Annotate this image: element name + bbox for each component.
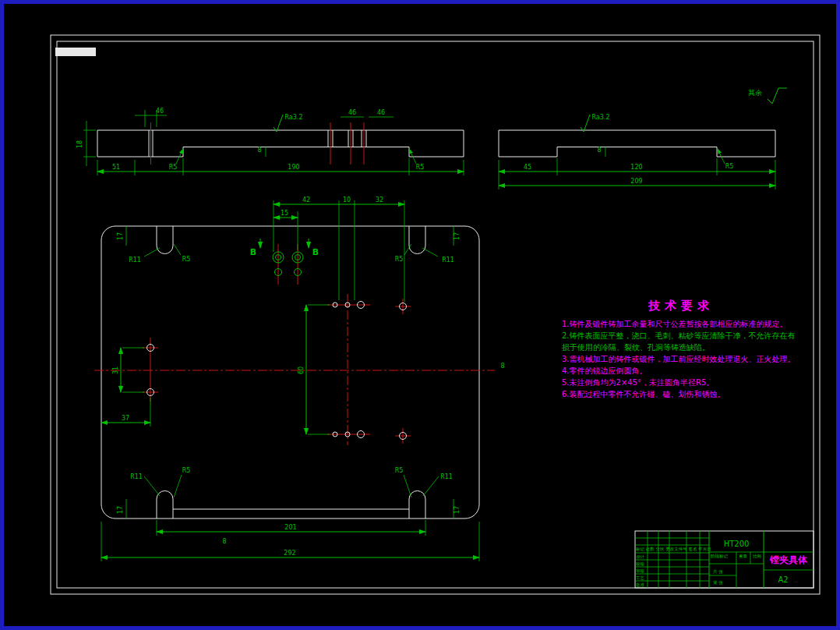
section-mark-label: B <box>250 247 256 257</box>
surface-finish-note: 其余 <box>748 88 787 104</box>
radius-label: R11 <box>442 257 454 264</box>
fillet-label: R5 <box>725 163 734 170</box>
corner-notch <box>157 226 173 254</box>
titleblock-cell-label: 第 张 <box>713 580 723 586</box>
dim-label: 190 <box>288 164 299 171</box>
dim-label: 51 <box>112 164 120 171</box>
radius-label: R11 <box>440 473 453 480</box>
tech-requirement-item: 4.零件的锐边应倒圆角。 <box>562 365 800 377</box>
radius-label: R5 <box>395 467 404 474</box>
section-mark-b: B B <box>250 239 319 257</box>
dim-label: 32 <box>376 196 383 204</box>
dim-label: 37 <box>122 415 129 422</box>
plan-top-dims: 42 10 32 15 <box>274 196 404 302</box>
dim-label: 46 <box>348 109 356 116</box>
section-left-dims: 46 46 46 Ra3.2 18 8 51 <box>76 108 464 175</box>
titleblock-cell-label: 审核 <box>636 568 645 573</box>
titleblock-cell-label: 共 张 <box>712 569 723 575</box>
title-block: HT200 镗夹具体 A2 标记 处数 分区 更改文件号 签名 年月日 设计 校… <box>635 531 814 588</box>
titleblock-cell-label: 设计 <box>636 554 645 559</box>
material-label: HT200 <box>724 540 750 548</box>
notch-depth-dims: 17 17 17 17 <box>117 226 461 519</box>
tech-requirement-item: 5.未注倒角均为2×45°，未注圆角半径R5。 <box>562 377 800 388</box>
surface-finish-icon <box>768 88 787 104</box>
tech-requirement-item: 2.铸件表面应平整，浇口、毛刺、粘砂等应清除干净，不允许存在有损于使用的冷隔、裂… <box>562 330 800 353</box>
dim-label: 15 <box>281 210 288 217</box>
dim-label: 17 <box>454 506 461 514</box>
dim-label: 10 <box>343 196 351 204</box>
roughness-icon <box>274 115 283 132</box>
plan-mid-dims: 60 31 37 <box>101 305 330 434</box>
tech-requirement-item: 3.需机械加工的铸件或锻件，加工前应经时效处理退火、正火处理。 <box>562 353 800 365</box>
radius-label: R11 <box>130 473 143 480</box>
section-right-dims: Ra3.2 8 45 120 R5 209 <box>499 114 775 189</box>
fillet-label: R5 <box>169 164 178 171</box>
roughness-icon <box>581 115 590 132</box>
radius-label: R5 <box>182 256 191 263</box>
dim-label: 8 <box>257 147 261 154</box>
dim-label: 18 <box>76 140 83 148</box>
titleblock-cell-label: 重量 <box>739 554 748 558</box>
counterbore-holes <box>273 252 303 276</box>
roughness-label: Ra3.2 <box>591 114 609 121</box>
plan-outline <box>101 226 479 519</box>
tech-requirements-title: 技术要求 <box>562 299 800 313</box>
plan-view: B B R11 R5 R5 R11 R11 R5 R5 R11 17 <box>94 196 505 561</box>
section-right-profile <box>499 130 775 157</box>
titleblock-cell-label: 阶段标记 <box>711 554 729 559</box>
titleblock-cell-label: 工艺 <box>636 575 645 580</box>
roughness-label: Ra3.2 <box>284 114 302 121</box>
radius-label: R11 <box>129 257 141 264</box>
technical-requirements: 技术要求 1.铸件及锻件铸加工余量和尺寸公差暂按各部相应的标准的规定。 2.铸件… <box>562 299 800 400</box>
dim-label: 120 <box>630 164 642 171</box>
dim-label: 209 <box>630 178 642 185</box>
titleblock-cell-label: 批准 <box>636 582 645 588</box>
dim-label: 46 <box>377 109 385 116</box>
dim-label: 17 <box>454 232 461 240</box>
dim-label: 42 <box>302 196 310 204</box>
part-name: 镗夹具体 <box>769 554 808 565</box>
titleblock-cell-label: 比例 <box>753 554 761 559</box>
corner-notch <box>409 226 425 254</box>
dim-label: 17 <box>117 506 124 514</box>
radius-label: R5 <box>182 467 191 474</box>
sheet-size-label: A2 <box>778 575 788 584</box>
section-view-left: 46 46 46 Ra3.2 18 8 51 <box>76 108 464 175</box>
plan-bottom-dims: 201 292 8 <box>101 520 479 561</box>
surface-note-label: 其余 <box>748 89 762 97</box>
section-mark-label: B <box>312 247 319 257</box>
dim-label: 292 <box>284 550 295 557</box>
dim-label: 8 <box>222 538 226 545</box>
section-view-right: Ra3.2 8 45 120 R5 209 <box>499 114 775 189</box>
dim-label: 8 <box>500 363 504 370</box>
corner-notch <box>409 491 425 519</box>
titleblock-cell-label: 标记 处数 分区 更改文件号 签名 年月日 <box>635 547 711 552</box>
dim-label: 31 <box>112 366 119 374</box>
dim-label: 8 <box>597 147 601 154</box>
tech-requirement-item: 1.铸件及锻件铸加工余量和尺寸公差暂按各部相应的标准的规定。 <box>562 318 800 330</box>
dim-label: 17 <box>117 232 124 240</box>
fillet-label: R5 <box>416 164 425 171</box>
radius-label: R5 <box>395 256 404 263</box>
titleblock-cell-label: 校核 <box>635 561 645 566</box>
dim-label: 46 <box>156 108 164 115</box>
dim-label: 60 <box>298 366 305 374</box>
tech-requirement-item: 6.装配过程中零件不允许碰、磕、划伤和锈蚀。 <box>562 388 800 400</box>
dim-label: 45 <box>524 164 531 171</box>
dim-label: 201 <box>284 524 296 531</box>
cad-sheet-viewer: 其余 46 46 46 <box>0 0 840 630</box>
sheet-corner-tag <box>55 48 96 56</box>
